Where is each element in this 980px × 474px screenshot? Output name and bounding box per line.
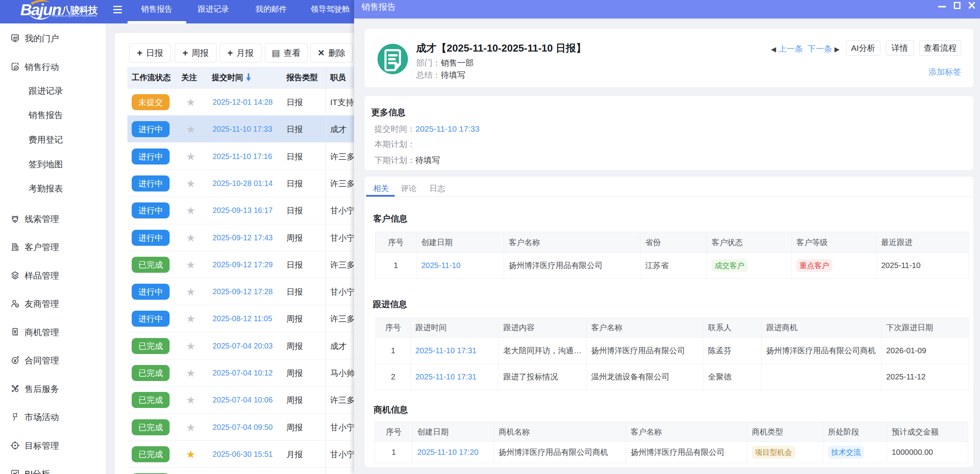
svg-text:vs: vs	[16, 304, 18, 307]
